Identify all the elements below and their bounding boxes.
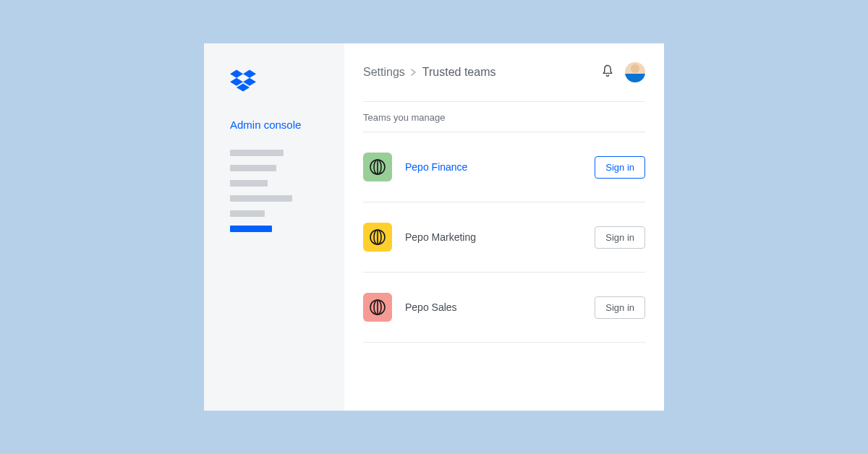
sign-in-button[interactable]: Sign in [595,296,645,319]
team-logo-icon [363,293,392,322]
sidebar: Admin console [204,43,344,411]
team-row: Pepo Marketing Sign in [363,202,645,273]
svg-marker-0 [230,70,243,78]
sidebar-item-placeholder[interactable] [230,165,276,171]
bell-icon[interactable] [600,64,615,81]
app-window: Admin console Settings Trusted teams [204,43,664,411]
sidebar-title[interactable]: Admin console [230,119,344,131]
svg-marker-1 [243,70,256,78]
team-name[interactable]: Pepo Marketing [405,231,476,243]
team-name[interactable]: Pepo Sales [405,301,457,313]
avatar[interactable] [625,62,645,82]
team-logo-icon [363,223,392,252]
team-row: Pepo Finance Sign in [363,132,645,202]
sidebar-item-placeholder[interactable] [230,195,292,202]
sign-in-button[interactable]: Sign in [595,156,645,179]
team-name[interactable]: Pepo Finance [405,161,467,173]
breadcrumb: Settings Trusted teams [363,66,495,79]
sidebar-item-active[interactable] [230,226,272,232]
main-content: Settings Trusted teams Teams you manage [344,43,664,411]
sidebar-nav [230,150,344,232]
chevron-right-icon [411,67,417,78]
sign-in-button[interactable]: Sign in [595,226,645,249]
section-title: Teams you manage [363,102,645,132]
breadcrumb-current: Trusted teams [422,66,496,79]
sidebar-item-placeholder[interactable] [230,210,265,217]
teams-section: Teams you manage Pepo Finance Sign in Pe… [363,101,645,343]
dropbox-logo-icon [230,69,256,93]
sidebar-item-placeholder[interactable] [230,180,268,187]
breadcrumb-parent[interactable]: Settings [363,66,405,79]
team-row: Pepo Sales Sign in [363,273,645,343]
team-logo-icon [363,153,392,181]
topbar-actions [600,62,645,82]
sidebar-item-placeholder[interactable] [230,150,284,156]
topbar: Settings Trusted teams [363,62,645,82]
